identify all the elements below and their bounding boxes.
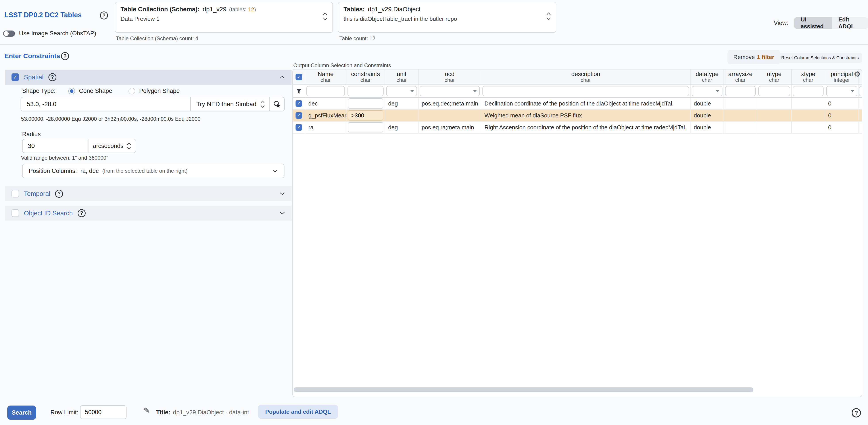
constraint-input[interactable]	[348, 110, 383, 121]
page-title: LSST DP0.2 DC2 Tables	[4, 11, 82, 19]
cell-arraysize	[724, 110, 757, 121]
cell-utype	[757, 98, 792, 109]
column-header-description[interactable]: descriptionchar	[481, 69, 691, 85]
schema-label: Table Collection (Schema):	[121, 6, 199, 12]
schema-tables-count: 12	[248, 6, 254, 12]
title-help-icon[interactable]: ?	[100, 11, 108, 20]
radius-input[interactable]	[23, 139, 88, 153]
view-switcher: View: UI assisted Edit ADQL	[774, 17, 868, 29]
reset-columns-button[interactable]: Reset Column Selections & Constraints	[778, 53, 862, 63]
enter-constraints-help-icon[interactable]: ?	[61, 52, 69, 60]
chevron-up-icon[interactable]	[279, 74, 285, 81]
constraint-input[interactable]	[348, 98, 383, 108]
object-id-checkbox[interactable]	[11, 209, 19, 217]
radius-unit-select[interactable]: arcseconds	[88, 139, 136, 153]
cell-unit: deg	[385, 98, 418, 109]
cell-name: dec	[305, 98, 346, 109]
polygon-shape-radio[interactable]	[128, 88, 135, 94]
column-header-name[interactable]: Namechar	[305, 69, 346, 85]
constraint-input[interactable]	[348, 122, 383, 132]
gear-icon[interactable]: ⚙	[854, 70, 861, 78]
filter-description-input[interactable]	[483, 86, 689, 96]
object-id-help-icon[interactable]: ?	[78, 209, 86, 217]
filter-arraysize-input[interactable]	[725, 86, 756, 96]
filter-xtype-input[interactable]	[793, 86, 824, 96]
cell-name: ra	[305, 122, 346, 133]
resolver-select[interactable]: Try NED then Simbad	[190, 97, 269, 111]
radius-label: Radius	[22, 131, 41, 138]
chevron-updown-icon	[260, 100, 265, 108]
toggle-off-icon	[3, 31, 15, 37]
object-id-section-header[interactable]: Object ID Search ?	[5, 206, 291, 221]
resolver-value: Try NED then Simbad	[196, 101, 256, 108]
row-checkbox[interactable]: ✓	[296, 124, 302, 131]
spatial-section-header[interactable]: ✓ Spatial ?	[5, 70, 291, 85]
radius-hint: Valid range between: 1" and 360000"	[21, 155, 108, 161]
schema-select[interactable]: Table Collection (Schema):dp1_v29(tables…	[115, 2, 333, 33]
cell-principal: 0	[825, 98, 859, 109]
tables-label: Tables:	[344, 6, 365, 12]
pencil-icon[interactable]: ✎	[143, 406, 150, 415]
radius-input-group: arcseconds	[22, 139, 136, 153]
spatial-checkbox[interactable]: ✓	[11, 73, 19, 81]
chevron-updown-icon	[127, 142, 131, 150]
tables-select[interactable]: Tables:dp1_v29.DiaObject this is diaObje…	[338, 2, 556, 33]
column-header-unit[interactable]: unitchar	[385, 69, 418, 85]
position-columns-label: Position Columns:	[29, 168, 77, 174]
horizontal-scrollbar[interactable]	[294, 387, 753, 392]
filter-name-input[interactable]	[306, 86, 345, 96]
output-table-caption: Output Column Selection and Constraints	[293, 62, 391, 69]
search-click-icon	[273, 100, 281, 108]
chevron-down-icon[interactable]	[279, 210, 285, 217]
position-columns-select[interactable]: Position Columns: ra, dec (from the sele…	[22, 164, 284, 178]
cone-shape-radio[interactable]	[68, 88, 75, 94]
filter-principal-select[interactable]	[826, 86, 857, 96]
search-button[interactable]: Search	[7, 405, 36, 420]
column-header-constraints[interactable]: constraintschar	[346, 69, 385, 85]
column-header-ucd[interactable]: ucdchar	[418, 69, 481, 85]
coordinates-echo: 53.00000, -28.00000 Equ J2000 or 3h32m00…	[21, 116, 200, 122]
view-option-ui-assisted[interactable]: UI assisted	[794, 17, 832, 29]
column-header-datatype[interactable]: datatypechar	[691, 69, 724, 85]
remove-filter-prefix: Remove	[733, 54, 755, 61]
output-columns-table: ⚙ ✓ Namechar constraintschar unitchar uc…	[292, 69, 862, 397]
temporal-checkbox[interactable]	[11, 190, 19, 197]
cell-arraysize	[724, 122, 757, 133]
temporal-section-header[interactable]: Temporal ?	[5, 186, 291, 201]
cell-xtype	[792, 98, 825, 109]
cell-description: Right Ascension coordinate of the positi…	[481, 122, 691, 133]
populate-adql-button[interactable]: Populate and edit ADQL	[258, 405, 338, 419]
position-columns-value: ra, dec	[81, 168, 99, 174]
filter-unit-select[interactable]	[386, 86, 417, 96]
filter-utype-input[interactable]	[758, 86, 790, 96]
spatial-help-icon[interactable]: ?	[49, 73, 56, 81]
filter-datatype-select[interactable]	[692, 86, 722, 96]
cell-unit	[385, 110, 418, 121]
chevron-updown-icon	[322, 11, 328, 23]
select-all-checkbox[interactable]: ✓	[296, 74, 302, 80]
table-row[interactable]: ✓ ra deg pos.eq.ra;meta.main Right Ascen…	[293, 122, 862, 134]
image-search-toggle[interactable]: Use Image Search (ObsTAP)	[3, 30, 96, 37]
filter-constraints-input[interactable]	[347, 86, 383, 96]
cell-xtype	[792, 122, 825, 133]
row-checkbox[interactable]: ✓	[296, 100, 302, 107]
temporal-help-icon[interactable]: ?	[55, 190, 63, 198]
table-row-highlighted[interactable]: ✓ g_psfFluxMean Weighted mean of diaSour…	[293, 110, 862, 122]
schema-description: Data Preview 1	[121, 15, 327, 22]
view-label: View:	[774, 20, 788, 27]
footer-help-icon[interactable]: ?	[851, 408, 861, 418]
remove-filter-button[interactable]: Remove 1 filter	[727, 50, 780, 64]
coordinate-input-group: Try NED then Simbad	[21, 97, 285, 111]
view-option-edit-adql[interactable]: Edit ADQL	[832, 17, 868, 29]
locate-on-image-button[interactable]	[269, 97, 284, 111]
table-row[interactable]: ✓ dec deg pos.eq.dec;meta.main Declinati…	[293, 98, 862, 110]
row-checkbox[interactable]: ✓	[296, 112, 302, 119]
tables-value: dp1_v29.DiaObject	[368, 6, 421, 12]
column-header-xtype[interactable]: xtypechar	[792, 69, 825, 85]
filter-ucd-select[interactable]	[420, 86, 480, 96]
chevron-down-icon[interactable]	[279, 190, 285, 197]
coordinates-input[interactable]	[21, 97, 190, 111]
row-limit-input[interactable]	[80, 405, 127, 419]
column-header-utype[interactable]: utypechar	[757, 69, 792, 85]
column-header-arraysize[interactable]: arraysizechar	[724, 69, 757, 85]
